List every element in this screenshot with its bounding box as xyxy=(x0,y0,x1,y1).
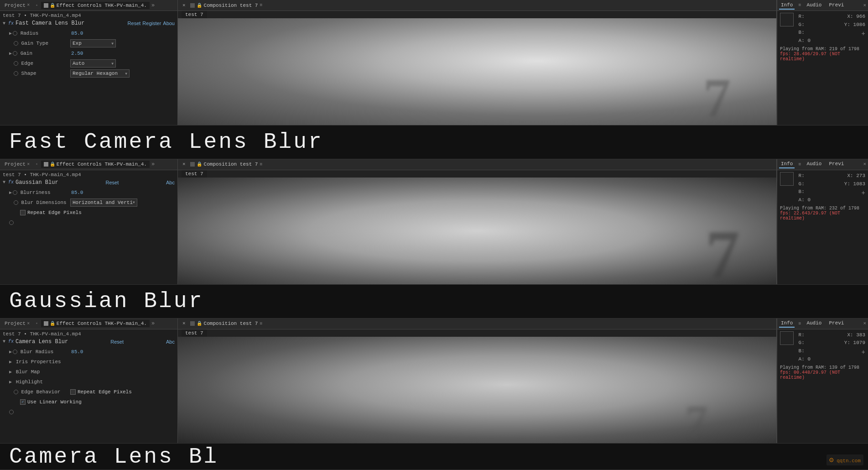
register-button-1[interactable]: Register xyxy=(142,21,161,26)
expand-gain-1[interactable]: ▶ xyxy=(9,51,12,56)
tab-close-1[interactable]: × xyxy=(27,3,30,8)
info-tab-info-3[interactable]: Info xyxy=(779,319,795,328)
tab-close-2[interactable]: × xyxy=(27,162,30,167)
tab-project-2[interactable]: Project × xyxy=(2,161,32,168)
panel-collapse-3[interactable]: × xyxy=(863,321,866,326)
comp-menu-1[interactable]: ≡ xyxy=(260,3,262,8)
comp-title-1: Composition test 7 xyxy=(204,3,258,8)
app-container: Project × • 🔒 Effect Controls THK-PV-mai… xyxy=(0,0,868,470)
info-tab-previ-3[interactable]: Previ xyxy=(827,319,846,328)
info-tab-audio-1[interactable]: Audio xyxy=(805,1,823,10)
checkbox-box-repeat-edge-2[interactable] xyxy=(20,210,26,215)
checkbox-linear-working-3[interactable]: Use Linear Working xyxy=(20,399,82,405)
reset-button-3[interactable]: Reset xyxy=(110,339,124,345)
panel-collapse-2[interactable]: × xyxy=(863,162,866,167)
abc-button-2[interactable]: Abc xyxy=(166,180,175,185)
expand-arrow-effect-2[interactable]: ▼ xyxy=(3,180,5,185)
ram-info-1: Playing from RAM: 219 of 1798 xyxy=(780,47,865,52)
clock-blurriness-2[interactable] xyxy=(13,190,17,195)
info-tab-info-1[interactable]: Info xyxy=(779,1,795,10)
comp-menu-3[interactable]: ≡ xyxy=(260,321,262,326)
clock-gain-1[interactable] xyxy=(13,51,17,56)
dropdown-blur-dimensions-2[interactable]: Horizontal and Verti ▼ xyxy=(70,198,137,207)
clock-gaintype-1[interactable] xyxy=(14,41,18,46)
effect-header-1: ▼ fx Fast Camera Lens Blur Reset Registe… xyxy=(3,20,175,26)
effect-controls-label-2: Effect Controls THK-PV-main_4. xyxy=(57,162,147,167)
clock-only-2[interactable] xyxy=(9,220,14,225)
expand-arrow-effect-3[interactable]: ▼ xyxy=(3,339,5,344)
checkbox-edge-behavior-3[interactable]: Repeat Edge Pixels xyxy=(70,389,132,395)
dropdown-label-shape-1[interactable]: Regular Hexagon ▼ xyxy=(70,69,130,78)
tab-project-3[interactable]: Project × xyxy=(2,320,32,327)
sep3: • xyxy=(35,321,38,326)
more-tabs-3[interactable]: » xyxy=(151,320,155,327)
value-gain-1[interactable]: 2.50 xyxy=(71,51,83,56)
info-tab-audio-2[interactable]: Audio xyxy=(805,160,823,168)
comp-tab-label-3[interactable]: test 7 xyxy=(182,329,207,337)
reset-button-2[interactable]: Reset xyxy=(105,180,119,185)
tab-effect-controls-3[interactable]: 🔒 Effect Controls THK-PV-main_4. xyxy=(41,320,150,327)
info-tab-info-2[interactable]: Info xyxy=(779,160,795,168)
clock-only-3[interactable] xyxy=(9,410,14,414)
reset-button-1[interactable]: Reset xyxy=(128,21,141,26)
comp-tab-close-3[interactable]: × xyxy=(180,320,188,327)
about-button-1[interactable]: Abou xyxy=(163,21,175,26)
value-radius-1[interactable]: 85.0 xyxy=(71,31,83,36)
panel-row-3: Project × • 🔒 Effect Controls THK-PV-mai… xyxy=(0,319,868,444)
film-icon-1 xyxy=(44,3,48,8)
comp-tab-label-2[interactable]: test 7 xyxy=(182,170,207,178)
dropdown-label-gaintype-1[interactable]: Exp ▼ xyxy=(70,39,116,47)
param-repeat-edge-2: Repeat Edge Pixels xyxy=(3,208,175,218)
label-shape-1: Shape xyxy=(18,71,68,76)
expand-iris-3[interactable]: ▶ xyxy=(9,359,12,365)
effect-title-3: Camera Lens Blur xyxy=(16,339,68,345)
label-blurmap-3: Blur Map xyxy=(13,369,63,375)
checkbox-repeat-edge-2[interactable]: Repeat Edge Pixels xyxy=(20,210,82,215)
info-menu-1[interactable]: ≡ xyxy=(798,3,801,8)
info-menu-2[interactable]: ≡ xyxy=(798,162,801,167)
tab-project-1[interactable]: Project × xyxy=(2,2,32,9)
checkbox-box-edge-behavior-3[interactable] xyxy=(70,389,76,395)
more-tabs-1[interactable]: » xyxy=(151,2,155,9)
value-blur-radius-3[interactable]: 85.0 xyxy=(71,349,83,355)
expand-radius-1[interactable]: ▶ xyxy=(9,31,12,36)
expand-blurmap-3[interactable]: ▶ xyxy=(9,369,12,375)
sep1: • xyxy=(35,3,38,8)
coords-3: X: 383 Y: 1079 + xyxy=(844,331,865,358)
expand-blur-radius-3[interactable]: ▶ xyxy=(9,349,12,355)
clock-edge-behavior-3[interactable] xyxy=(14,390,18,394)
clock-shape-1[interactable] xyxy=(14,71,18,76)
expand-highlight-3[interactable]: ▶ xyxy=(9,379,12,385)
comp-tab-label-1[interactable]: test 7 xyxy=(182,11,207,18)
comp-tab-close-2[interactable]: × xyxy=(180,161,188,168)
info-tab-audio-3[interactable]: Audio xyxy=(805,319,823,328)
info-menu-3[interactable]: ≡ xyxy=(798,321,801,326)
clock-blur-radius-3[interactable] xyxy=(13,350,17,354)
info-tab-previ-2[interactable]: Previ xyxy=(827,160,846,168)
effect-title-2: Gaussian Blur xyxy=(16,179,58,186)
clock-edge-1[interactable] xyxy=(14,61,18,66)
x-coord-3: X: 383 xyxy=(844,331,865,339)
clock-radius-1[interactable] xyxy=(13,31,17,36)
tab-close-3[interactable]: × xyxy=(27,321,30,326)
comp-tab-close-1[interactable]: × xyxy=(180,2,188,9)
dropdown-shape-1[interactable]: Regular Hexagon ▼ xyxy=(70,69,130,78)
ram-info-2: Playing from RAM: 232 of 1798 xyxy=(780,206,865,211)
value-blurriness-2[interactable]: 85.0 xyxy=(71,190,83,195)
dropdown-edge-1[interactable]: Auto ▼ xyxy=(70,59,116,68)
clock-blur-dimensions-2[interactable] xyxy=(14,200,18,205)
checkbox-box-linear-working-3[interactable] xyxy=(20,399,26,405)
comp-tab-bar-1: × 🔒 Composition test 7 ≡ xyxy=(178,0,776,11)
expand-arrow-effect-1[interactable]: ▼ xyxy=(3,21,5,26)
dropdown-label-blur-dimensions-2[interactable]: Horizontal and Verti ▼ xyxy=(70,198,137,207)
abc-button-3[interactable]: Abc xyxy=(166,339,175,345)
comp-menu-2[interactable]: ≡ xyxy=(260,162,262,167)
tab-effect-controls-1[interactable]: 🔒 Effect Controls THK-PV-main_4. xyxy=(41,2,150,9)
panel-collapse-1[interactable]: × xyxy=(863,3,866,8)
expand-blurriness-2[interactable]: ▶ xyxy=(9,190,12,195)
info-tab-previ-1[interactable]: Previ xyxy=(827,1,846,10)
tab-effect-controls-2[interactable]: 🔒 Effect Controls THK-PV-main_4. xyxy=(41,161,150,168)
dropdown-label-edge-1[interactable]: Auto ▼ xyxy=(70,59,116,68)
more-tabs-2[interactable]: » xyxy=(151,161,155,167)
dropdown-gaintype-1[interactable]: Exp ▼ xyxy=(70,39,116,47)
